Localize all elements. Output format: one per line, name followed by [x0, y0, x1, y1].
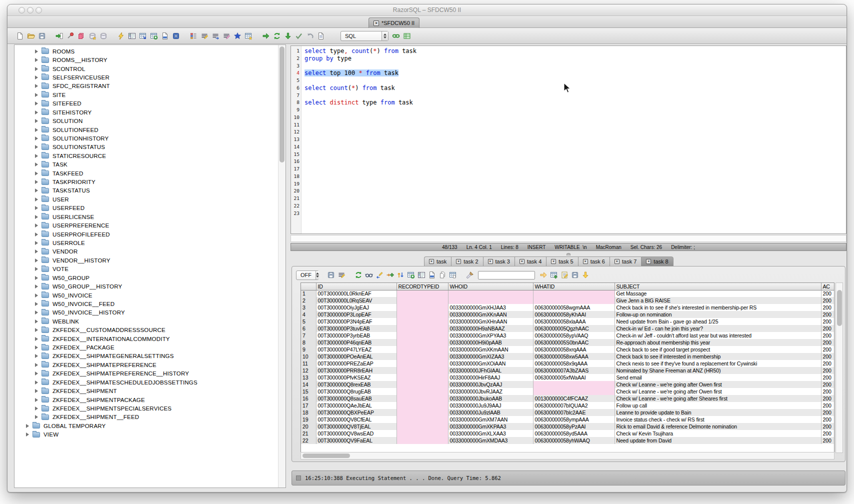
table-cell[interactable] — [396, 318, 448, 325]
table-cell[interactable]: Check back in to see if she's interested… — [614, 304, 821, 311]
result-tab-task-8[interactable]: task 8 — [641, 256, 673, 266]
favorites-star-icon[interactable] — [232, 30, 243, 42]
table-cell[interactable]: 00T3000000Q8rugEAB — [316, 388, 396, 395]
table-refresh-icon[interactable] — [406, 270, 416, 280]
table-copy-icon[interactable] — [448, 270, 458, 280]
expand-triangle-icon[interactable] — [35, 206, 38, 210]
close-tab-icon[interactable] — [646, 259, 651, 264]
expand-triangle-icon[interactable] — [35, 354, 38, 358]
grid-vscrollbar[interactable] — [836, 282, 843, 453]
table-row[interactable]: 1900T3000000QV8CfEAL0033000000GmXM7AAN00… — [301, 416, 834, 423]
close-tab-icon[interactable] — [488, 259, 493, 264]
table-cell[interactable]: 00T3000000OiyJgEAJ — [316, 304, 396, 311]
table-row[interactable]: 1100T3000000PREZaEAP0033000000GmXOiAAN00… — [301, 360, 834, 367]
table-cell[interactable]: 200 — [821, 402, 834, 409]
table-row[interactable]: 400T3000000P3LopEAF0033000000GmXKnAAN006… — [301, 311, 834, 318]
expand-triangle-icon[interactable] — [26, 432, 29, 436]
table-cell[interactable]: 0033000000GmXPYAA3 — [448, 332, 533, 339]
table-cell[interactable]: Get Massage — [614, 290, 821, 297]
execute-lightning-icon[interactable] — [116, 30, 126, 42]
expand-triangle-icon[interactable] — [35, 372, 38, 376]
tree-item-solution[interactable]: SOLUTION — [14, 116, 278, 125]
table-cell[interactable]: 00T3000000QV8TjEAL — [316, 423, 396, 430]
form-view-icon[interactable] — [416, 270, 426, 280]
grid-hscrollbar-thumb[interactable] — [302, 454, 350, 458]
table-cell[interactable] — [396, 381, 448, 388]
table-cell[interactable]: 0033000000Ju9J9AAJ — [448, 402, 533, 409]
table-row[interactable]: 2200T3000000QV9FaEAL0033000000GmXMDAA300… — [301, 437, 834, 444]
expand-triangle-icon[interactable] — [35, 128, 38, 132]
disconnect-icon[interactable] — [65, 30, 76, 42]
table-cell[interactable]: 00T3000000P3tuvEAB — [316, 325, 396, 332]
table-cell[interactable] — [448, 297, 533, 304]
table-cell[interactable]: 00T3000000L0RknEAF — [316, 290, 396, 297]
table-cell[interactable]: 00T3000000QV8CfEAL — [316, 416, 396, 423]
table-cell[interactable]: Leanne to provide update to Bain — [614, 409, 821, 416]
tree-item-taskfeed[interactable]: TASKFEED — [14, 169, 278, 178]
table-cell[interactable]: 0013000000C4fFCAAZ — [533, 395, 614, 402]
table-row[interactable]: 300T3000000OiyJgEAJ0033000000GmXHJAA3006… — [301, 304, 834, 311]
table-cell[interactable]: 200 — [821, 311, 834, 318]
column-header-whoid[interactable]: WHOID — [448, 283, 533, 290]
table-cell[interactable]: 006300000058xw5AAA — [533, 353, 614, 360]
arrow-orange-icon[interactable] — [538, 270, 548, 280]
table-cell[interactable]: 200 — [821, 346, 834, 353]
table-cell[interactable]: Check back to see if interested in membe… — [614, 353, 821, 360]
table-cell[interactable]: 00T3000000PREZaEAP — [316, 360, 396, 367]
table-cell[interactable]: Nominated by Shane Freeman at ANZ (HR50) — [614, 367, 821, 374]
table-cell[interactable]: Check w/ Leanne - we're going after Owen… — [614, 381, 821, 388]
chain-links-icon[interactable] — [390, 30, 402, 42]
table-cell[interactable]: 00T3000000L0RqSEAV — [316, 297, 396, 304]
tree-item-w50-group[interactable]: W50_GROUP — [14, 274, 278, 282]
tree-item-vendor[interactable]: VENDOR — [14, 248, 278, 256]
table-row[interactable]: 800T3000000P46qnEAB0033000000H9i0pAAB006… — [301, 339, 834, 346]
expand-triangle-icon[interactable] — [35, 119, 38, 123]
table-row[interactable]: 1300T3000000PfvKSEAZ0033000000HirF8AAJ00… — [301, 374, 834, 381]
expand-triangle-icon[interactable] — [26, 424, 29, 428]
expand-triangle-icon[interactable] — [35, 320, 38, 324]
sort-arrows-icon[interactable] — [395, 270, 406, 280]
expand-triangle-icon[interactable] — [35, 267, 38, 271]
minimize-window-icon[interactable] — [27, 7, 34, 14]
save-icon[interactable] — [570, 270, 580, 280]
result-tab-task-7[interactable]: task 7 — [610, 256, 641, 266]
expand-triangle-icon[interactable] — [35, 224, 38, 228]
table-cell[interactable]: 200 — [821, 353, 834, 360]
expand-triangle-icon[interactable] — [35, 406, 38, 410]
tree-item-weblink[interactable]: WEBLINK — [14, 317, 278, 326]
table-cell[interactable]: 0033000000H9i0pAAB — [448, 339, 533, 346]
expand-triangle-icon[interactable] — [35, 276, 38, 280]
table-cell[interactable]: 200 — [821, 388, 834, 395]
table-cell[interactable]: 00T3000000P3N4pEAF — [316, 318, 396, 325]
tree-scrollbar[interactable] — [278, 45, 286, 488]
table-cell[interactable] — [396, 339, 448, 346]
table-cell[interactable]: 00630000007blc2AAE — [533, 409, 614, 416]
close-tab-icon[interactable] — [583, 259, 588, 264]
column-header-subject[interactable]: SUBJECT — [614, 283, 821, 290]
column-header[interactable] — [301, 283, 316, 290]
expand-triangle-icon[interactable] — [35, 302, 38, 306]
tree-item-user[interactable]: USER — [14, 195, 278, 204]
run-arrow-icon[interactable] — [260, 30, 272, 42]
table-cell[interactable] — [396, 325, 448, 332]
table-export-icon[interactable] — [138, 30, 148, 42]
tree-item-userlicense[interactable]: USERLICENSE — [14, 212, 278, 221]
close-tab-icon[interactable] — [374, 20, 379, 26]
zoom-window-icon[interactable] — [36, 7, 42, 14]
close-tab-icon[interactable] — [429, 259, 434, 264]
document-tab[interactable]: *SFDCW50 II — [368, 18, 420, 28]
table-cell[interactable] — [396, 311, 448, 318]
tree-item-zkfedex-shipmatepreference[interactable]: ZKFEDEX__SHIPMATEPREFERENCE — [14, 360, 278, 369]
table-cell[interactable] — [396, 367, 448, 374]
table-cell[interactable]: 200 — [821, 297, 834, 304]
table-cell[interactable] — [396, 423, 448, 430]
table-cell[interactable]: Check nexis to see if they've found a re… — [614, 360, 821, 367]
table-cell[interactable]: 0033000000GmXHnAAN — [448, 318, 533, 325]
table-cell[interactable] — [396, 332, 448, 339]
book-compass-icon[interactable] — [170, 30, 182, 42]
table-cell[interactable]: 00T3000000P3LopEAF — [316, 311, 396, 318]
expand-triangle-icon[interactable] — [35, 76, 38, 80]
expand-triangle-icon[interactable] — [35, 67, 38, 71]
import-icon[interactable] — [54, 30, 65, 42]
expand-triangle-icon[interactable] — [35, 328, 38, 332]
